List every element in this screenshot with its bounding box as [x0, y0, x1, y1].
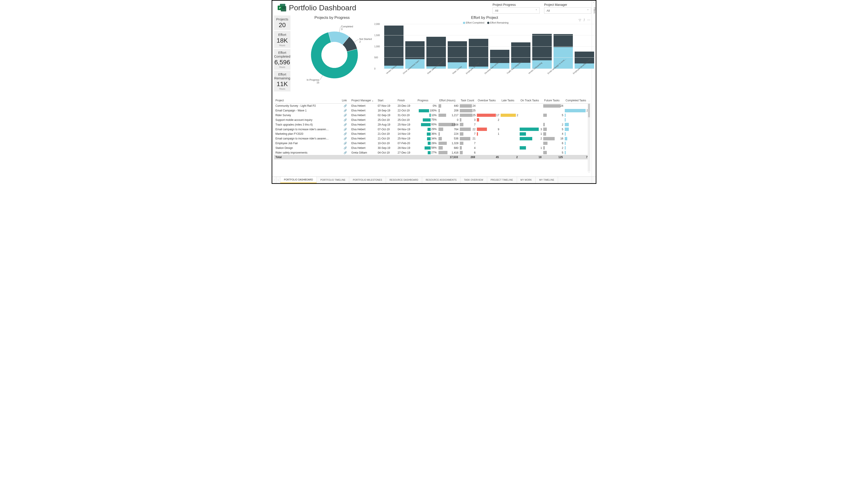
slicer-dropdown[interactable]: All˅ — [493, 7, 540, 14]
tab[interactable]: PORTFOLIO DASHBOARD — [280, 177, 317, 183]
pie-label: Completed3 — [341, 25, 353, 30]
link-icon[interactable]: 🔗 — [344, 151, 347, 154]
pie-label: In Progress15 — [307, 79, 319, 84]
link-icon[interactable]: 🔗 — [344, 123, 347, 126]
link-icon[interactable]: 🔗 — [344, 109, 347, 112]
column-header[interactable]: Finish — [396, 97, 416, 104]
kpi-card[interactable]: Effort Completed 6,596 Hours — [274, 49, 290, 70]
y-tick: 0 — [374, 67, 376, 70]
column-header[interactable]: Project Manager — [350, 97, 376, 104]
column-header[interactable]: Late Tasks — [500, 97, 519, 104]
table-row[interactable]: Rider Survey 🔗 Elva Hebert 02-Sep-19 31-… — [274, 113, 590, 118]
y-tick: 500 — [374, 56, 378, 59]
table-row[interactable]: Email campaign to increase rider's aware… — [274, 136, 590, 141]
link-icon[interactable]: 🔗 — [344, 146, 347, 149]
chevron-down-icon: ˅ — [587, 9, 589, 12]
kpi-value: 11K — [274, 81, 290, 88]
slicer-label: Project Progress — [493, 3, 540, 6]
page-title: Portfolio Dashboard — [289, 3, 356, 12]
svg-line-5 — [339, 27, 340, 32]
column-header[interactable]: Start — [376, 97, 396, 104]
column-header[interactable]: Future Tasks — [543, 97, 564, 104]
scrollbar-thumb[interactable] — [588, 104, 590, 117]
table-row[interactable]: Station Design 🔗 Elva Hebert 30-Sep-19 2… — [274, 145, 590, 150]
kpi-sublabel: Hours — [274, 88, 290, 90]
svg-line-6 — [354, 39, 359, 42]
report-page: P Portfolio Dashboard Project Progress A… — [272, 0, 596, 184]
slicer-label: Project Manager — [544, 3, 591, 6]
kpi-value: 6,596 — [274, 59, 290, 66]
kpi-label: Effort Remaining — [274, 73, 290, 80]
project-logo-icon: P — [277, 3, 286, 12]
kpi-label: Projects — [274, 17, 290, 21]
tab[interactable]: PORTFOLIO MILESTONES — [349, 177, 386, 183]
column-header[interactable]: Task Count — [459, 97, 476, 104]
slicer-project-manager: Project Manager All˅ — [544, 3, 591, 14]
link-icon[interactable]: 🔗 — [344, 137, 347, 140]
column-header[interactable]: Effort (Hours) — [438, 97, 459, 104]
link-icon[interactable]: 🔗 — [344, 104, 347, 107]
table-row[interactable]: Marketing plan FY2020 🔗 Elva Hebert 21-O… — [274, 132, 590, 136]
svg-text:P: P — [279, 6, 281, 9]
chevron-down-icon: ˅ — [536, 9, 537, 12]
table-row[interactable]: Rider safety improvements 🔗 Greta Gillia… — [274, 150, 590, 155]
link-icon[interactable]: 🔗 — [344, 142, 347, 145]
column-header[interactable]: Project — [274, 97, 340, 104]
y-tick: 1,000 — [374, 45, 380, 48]
kpi-sublabel: Hours — [274, 44, 290, 47]
kpi-column: Projects 20 Effort 18K HoursEffort Compl… — [274, 16, 290, 96]
svg-line-4 — [320, 75, 323, 80]
bar[interactable] — [448, 41, 467, 68]
link-icon[interactable]: 🔗 — [344, 132, 347, 136]
kpi-label: Effort Completed — [274, 51, 290, 58]
column-header[interactable]: On Track Tasks — [519, 97, 543, 104]
table-row[interactable]: Track upgrades (miles 3 thru 6) 🔗 Elva H… — [274, 122, 590, 127]
column-header[interactable]: Overdue Tasks — [476, 97, 500, 104]
chevron-left-icon: ‹ — [593, 2, 595, 3]
tab[interactable]: RESOURCE ASSIGNMENTS — [422, 177, 460, 183]
table-row[interactable]: Community Survey - Light Rail P2 🔗 Elva … — [274, 104, 590, 108]
kpi-card[interactable]: Effort 18K Hours — [274, 31, 290, 48]
kpi-sublabel: Hours — [274, 66, 290, 68]
header: P Portfolio Dashboard Project Progress A… — [272, 1, 596, 14]
scroll-down-icon[interactable]: ˅ — [588, 172, 590, 175]
slicer-project-progress: Project Progress All˅ — [493, 3, 540, 14]
scrollbar-vertical[interactable]: ˄ ˅ — [588, 104, 590, 172]
table-row[interactable]: Email Campaign - Wave 1 🔗 Elva Hebert 18… — [274, 108, 590, 113]
total-row: Total 17,533269 452 1812579 — [274, 155, 590, 160]
chart-projects-by-progress[interactable]: Projects by Progress In Progress15Comple… — [292, 16, 372, 96]
tab[interactable]: MY WORK — [517, 177, 536, 183]
scroll-up-icon[interactable]: ˄ — [588, 101, 590, 103]
kpi-value: 20 — [274, 22, 290, 29]
tab-scroll-right[interactable]: › — [276, 177, 280, 183]
y-tick: 2,000 — [374, 23, 380, 25]
link-icon[interactable]: 🔗 — [344, 114, 347, 117]
column-header[interactable]: Completed Tasks — [564, 97, 590, 104]
tab[interactable]: PROJECT TIMELINE — [487, 177, 517, 183]
table-row[interactable]: Support mobile account inquiry 🔗 Elva He… — [274, 117, 590, 122]
link-icon[interactable]: 🔗 — [344, 118, 347, 121]
page-tabs: ‹›PORTFOLIO DASHBOARDPORTFOLIO TIMELINEP… — [272, 176, 596, 183]
tab[interactable]: MY TIMELINE — [536, 177, 558, 183]
slicer-dropdown[interactable]: All˅ — [544, 7, 591, 14]
column-header[interactable]: Link — [340, 97, 350, 104]
pie-label: Not Started2 — [359, 38, 372, 43]
tab-scroll-left[interactable]: ‹ — [272, 177, 276, 183]
chart-effort-by-project[interactable]: Effort by Project Effort Completed Effor… — [374, 16, 595, 96]
bar-legend: Effort Completed Effort Remaining — [374, 21, 595, 24]
tab[interactable]: RESOURCE DASHBOARD — [386, 177, 422, 183]
link-icon[interactable]: 🔗 — [344, 128, 347, 131]
tab[interactable]: PORTFOLIO TIMELINE — [317, 177, 349, 183]
tab[interactable]: TASK OVERVIEW — [460, 177, 487, 183]
column-header[interactable]: Progress — [416, 97, 438, 104]
table-row[interactable]: Employee Job Fair 🔗 Elva Hebert 10-Oct-1… — [274, 141, 590, 146]
kpi-value: 18K — [274, 37, 290, 44]
project-table[interactable]: ProjectLinkProject ManagerStartFinishPro… — [274, 97, 590, 176]
y-tick: 1,500 — [374, 34, 380, 36]
kpi-label: Effort — [274, 33, 290, 36]
kpi-card[interactable]: Projects 20 — [274, 16, 290, 30]
table-row[interactable]: Email campaign to increase rider's aware… — [274, 127, 590, 132]
bar[interactable] — [384, 26, 403, 68]
kpi-card[interactable]: Effort Remaining 11K Hours — [274, 70, 290, 91]
